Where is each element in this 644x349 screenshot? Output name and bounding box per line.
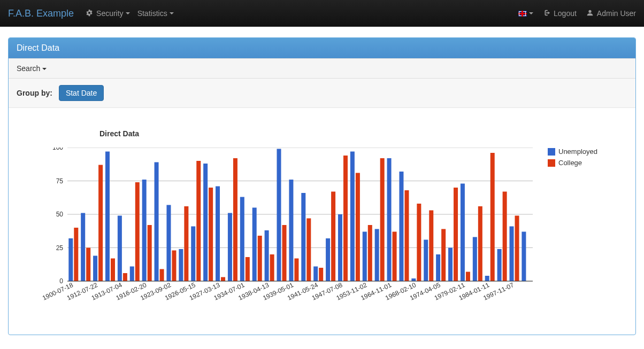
svg-rect-13: [86, 248, 90, 282]
flag-gb-icon: [518, 11, 527, 17]
svg-rect-19: [123, 273, 127, 281]
chart-container: Direct Data 02550751001900-07-181912-07-…: [9, 108, 635, 335]
user-label: Admin User: [597, 9, 636, 18]
search-label: Search: [17, 64, 40, 73]
svg-rect-34: [216, 187, 220, 282]
gear-icon: [86, 9, 93, 18]
user-menu[interactable]: Admin User: [586, 9, 636, 18]
groupby-label: Group by:: [17, 89, 52, 97]
svg-rect-28: [179, 249, 183, 281]
svg-rect-51: [319, 268, 323, 281]
panel-title: Direct Data: [9, 38, 635, 58]
svg-rect-43: [270, 254, 274, 281]
svg-text:75: 75: [56, 177, 64, 185]
svg-rect-24: [155, 162, 159, 282]
svg-rect-31: [196, 161, 201, 281]
nav-security[interactable]: Security: [86, 9, 130, 18]
svg-rect-15: [98, 165, 103, 282]
svg-rect-65: [404, 190, 409, 281]
svg-rect-78: [485, 276, 489, 281]
svg-rect-76: [473, 237, 477, 282]
svg-text:100: 100: [52, 148, 63, 151]
svg-rect-68: [424, 240, 428, 282]
svg-rect-64: [399, 172, 403, 281]
svg-rect-33: [209, 188, 213, 281]
svg-rect-20: [130, 267, 134, 282]
navbar: F.A.B. Example Security Statistics Logou…: [0, 0, 644, 27]
svg-rect-69: [429, 211, 433, 282]
legend-item[interactable]: Unemployed: [548, 148, 597, 156]
svg-rect-63: [393, 232, 397, 282]
svg-rect-48: [301, 193, 305, 281]
svg-text:25: 25: [56, 244, 64, 252]
svg-rect-50: [313, 267, 318, 282]
svg-rect-82: [510, 227, 514, 282]
svg-rect-18: [118, 216, 122, 282]
svg-rect-12: [81, 213, 85, 282]
groupby-bar: Group by: Stat Date: [9, 79, 635, 108]
svg-rect-70: [436, 254, 440, 281]
svg-rect-23: [148, 225, 152, 281]
svg-rect-38: [240, 197, 244, 282]
svg-rect-39: [246, 257, 250, 281]
svg-rect-53: [331, 192, 335, 282]
svg-rect-81: [503, 192, 507, 282]
caret-down-icon: [42, 68, 47, 70]
svg-rect-21: [135, 182, 140, 281]
svg-rect-32: [203, 164, 208, 281]
svg-rect-22: [142, 180, 147, 281]
svg-rect-57: [356, 173, 360, 282]
nav-security-label: Security: [96, 9, 124, 18]
svg-rect-67: [417, 204, 421, 281]
signout-icon: [543, 9, 550, 18]
language-selector[interactable]: [518, 11, 533, 17]
legend-label: College: [558, 159, 582, 167]
svg-rect-36: [228, 213, 232, 282]
svg-rect-14: [93, 256, 97, 282]
svg-rect-59: [368, 225, 372, 281]
svg-rect-17: [111, 259, 115, 282]
caret-down-icon: [170, 12, 174, 14]
svg-rect-77: [478, 206, 482, 281]
svg-rect-25: [160, 269, 164, 282]
svg-rect-79: [490, 153, 495, 281]
groupby-statdate-button[interactable]: Stat Date: [59, 85, 104, 101]
svg-rect-83: [515, 216, 519, 282]
caret-down-icon: [126, 12, 130, 14]
svg-rect-54: [338, 214, 342, 281]
nav-statistics-label: Statistics: [137, 9, 167, 18]
svg-rect-10: [68, 238, 73, 281]
svg-rect-62: [387, 158, 392, 281]
svg-rect-46: [289, 180, 293, 281]
svg-rect-30: [191, 227, 195, 282]
svg-rect-35: [221, 277, 225, 282]
nav-statistics[interactable]: Statistics: [137, 9, 174, 18]
svg-rect-60: [375, 229, 379, 282]
chart-title: Direct Data: [99, 129, 625, 138]
chart-legend: UnemployedCollege: [548, 148, 597, 170]
search-toggle[interactable]: Search: [9, 58, 635, 79]
user-icon: [586, 9, 594, 18]
legend-swatch: [548, 148, 555, 156]
logout-label: Logout: [554, 9, 577, 18]
svg-rect-40: [252, 208, 257, 282]
legend-label: Unemployed: [558, 148, 597, 156]
svg-rect-73: [454, 188, 458, 281]
svg-rect-71: [441, 229, 446, 282]
svg-rect-56: [350, 152, 355, 282]
svg-rect-52: [326, 238, 330, 281]
svg-rect-47: [294, 259, 298, 282]
svg-rect-80: [497, 249, 502, 281]
svg-text:0: 0: [59, 277, 63, 285]
svg-rect-37: [233, 158, 237, 281]
svg-rect-29: [184, 206, 188, 281]
svg-rect-58: [363, 232, 367, 282]
logout-link[interactable]: Logout: [543, 9, 577, 18]
svg-rect-26: [166, 205, 171, 282]
svg-rect-84: [522, 232, 526, 282]
svg-rect-61: [380, 158, 385, 281]
brand-link[interactable]: F.A.B. Example: [8, 8, 74, 19]
legend-item[interactable]: College: [548, 159, 597, 167]
svg-rect-42: [265, 230, 269, 281]
svg-rect-41: [258, 236, 262, 281]
